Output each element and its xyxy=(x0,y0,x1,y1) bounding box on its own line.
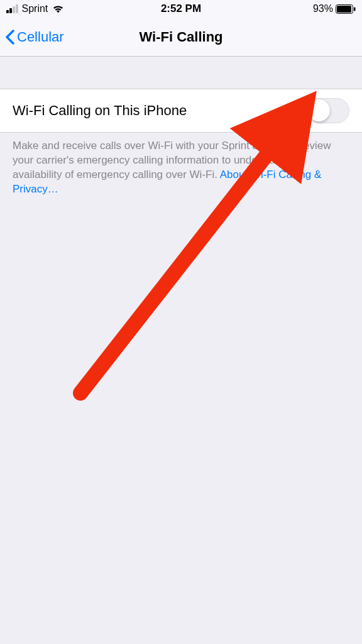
battery-icon xyxy=(336,4,356,14)
status-right-group: 93% xyxy=(313,3,356,14)
settings-content: Wi-Fi Calling on This iPhone Make and re… xyxy=(0,89,362,197)
clock-time: 2:52 PM xyxy=(161,3,201,15)
chevron-left-icon xyxy=(5,30,14,45)
footer-description: Make and receive calls over Wi-Fi with y… xyxy=(0,133,362,197)
nav-bar: Cellular Wi-Fi Calling xyxy=(0,18,362,57)
wifi-calling-row: Wi-Fi Calling on This iPhone xyxy=(0,89,362,133)
wifi-calling-label: Wi-Fi Calling on This iPhone xyxy=(13,103,187,119)
wifi-calling-toggle[interactable] xyxy=(307,98,349,123)
carrier-label: Sprint xyxy=(22,3,48,14)
battery-percentage: 93% xyxy=(313,3,333,14)
back-label: Cellular xyxy=(17,29,64,45)
status-bar: Sprint 2:52 PM 93% xyxy=(0,0,362,18)
svg-rect-2 xyxy=(354,7,356,11)
toggle-knob xyxy=(308,99,330,121)
cellular-signal-icon xyxy=(6,4,18,13)
wifi-icon xyxy=(52,4,64,13)
page-title: Wi-Fi Calling xyxy=(139,29,222,45)
back-button[interactable]: Cellular xyxy=(5,29,64,45)
status-left-group: Sprint xyxy=(6,3,64,14)
svg-rect-1 xyxy=(337,6,351,13)
